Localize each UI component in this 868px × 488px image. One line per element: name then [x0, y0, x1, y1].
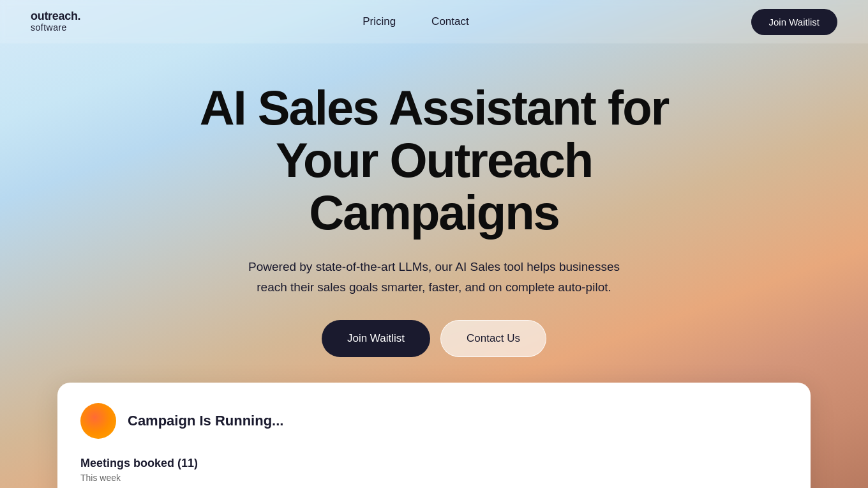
nav-link-pricing[interactable]: Pricing	[363, 15, 396, 28]
meetings-week-label: This week	[80, 473, 788, 483]
hero-subtitle: Powered by state-of-the-art LLMs, our AI…	[243, 257, 625, 297]
join-waitlist-button-nav[interactable]: Join Waitlist	[751, 9, 837, 35]
logo-sub: software	[31, 23, 80, 33]
card-header: Campaign Is Running...	[80, 403, 788, 439]
campaign-icon	[80, 403, 116, 439]
navbar: outreach. software Pricing Contact Join …	[0, 0, 868, 43]
nav-link-contact[interactable]: Contact	[431, 15, 469, 28]
meetings-title: Meetings booked (11)	[80, 457, 788, 470]
app-preview-card: Campaign Is Running... Meetings booked (…	[57, 383, 811, 488]
campaign-title: Campaign Is Running...	[128, 413, 283, 429]
logo: outreach. software	[31, 10, 80, 33]
hero-section: AI Sales Assistant for Your Outreach Cam…	[0, 43, 868, 383]
contact-us-button-hero[interactable]: Contact Us	[440, 320, 546, 357]
join-waitlist-button-hero[interactable]: Join Waitlist	[322, 320, 430, 357]
hero-title: AI Sales Assistant for Your Outreach Cam…	[147, 82, 721, 239]
nav-links: Pricing Contact	[363, 15, 469, 28]
meetings-section: Meetings booked (11) This week Mon 25, 9…	[80, 457, 788, 488]
hero-buttons: Join Waitlist Contact Us	[0, 320, 868, 357]
logo-main: outreach.	[31, 10, 80, 23]
